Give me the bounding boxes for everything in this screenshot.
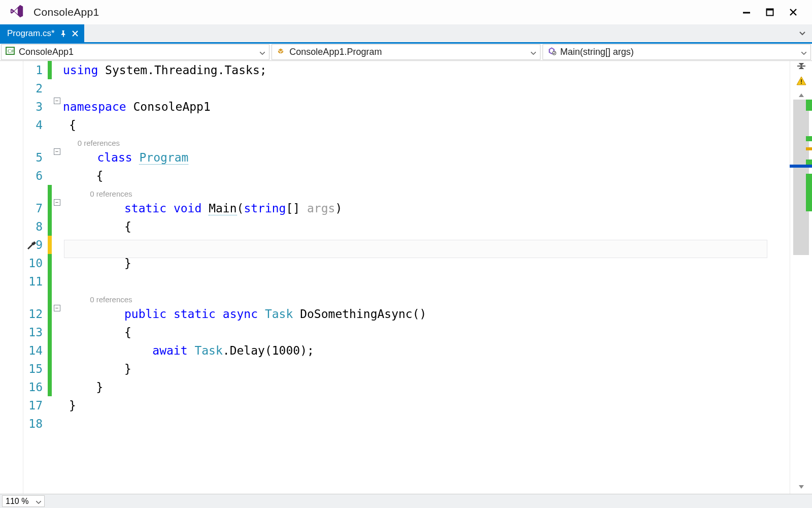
svg-rect-0 bbox=[767, 9, 773, 16]
scroll-down-icon[interactable] bbox=[798, 483, 804, 492]
chevron-down-icon bbox=[801, 47, 806, 57]
glyph-margin[interactable] bbox=[0, 61, 23, 494]
fold-toggle[interactable]: − bbox=[54, 305, 60, 311]
maximize-button[interactable] bbox=[758, 4, 782, 21]
navigation-bar: C# ConsoleApp1 ConsoleApp1.Program Main(… bbox=[0, 44, 812, 61]
nav-member-combo[interactable]: Main(string[] args) bbox=[543, 44, 811, 60]
nav-project-combo[interactable]: C# ConsoleApp1 bbox=[1, 44, 269, 60]
tab-program-cs[interactable]: Program.cs* bbox=[0, 24, 84, 42]
tab-label: Program.cs* bbox=[7, 28, 55, 39]
class-icon bbox=[276, 46, 285, 58]
editor-status-bar: 110 % bbox=[0, 494, 812, 508]
svg-text:C#: C# bbox=[8, 48, 14, 54]
nav-type-text: ConsoleApp1.Program bbox=[289, 47, 530, 57]
zoom-value: 110 % bbox=[6, 497, 28, 506]
close-button[interactable] bbox=[782, 4, 805, 21]
vertical-scrollbar[interactable] bbox=[790, 61, 812, 494]
nav-project-text: ConsoleApp1 bbox=[19, 47, 260, 57]
change-marker bbox=[806, 100, 812, 111]
visual-studio-icon bbox=[9, 4, 24, 21]
csharp-icon: C# bbox=[6, 46, 15, 58]
codelens[interactable]: 0 references bbox=[90, 189, 132, 198]
chevron-down-icon bbox=[260, 47, 265, 57]
pin-icon[interactable] bbox=[60, 30, 67, 37]
minimize-button[interactable] bbox=[735, 4, 758, 21]
nav-member-text: Main(string[] args) bbox=[560, 47, 801, 57]
chevron-down-icon bbox=[36, 497, 41, 506]
svg-rect-7 bbox=[801, 83, 802, 84]
zoom-combo[interactable]: 110 % bbox=[2, 495, 45, 507]
line-number: 1 bbox=[23, 61, 48, 79]
codelens[interactable]: 0 references bbox=[90, 295, 132, 304]
window-title: ConsoleApp1 bbox=[33, 6, 99, 18]
change-marker bbox=[806, 174, 812, 211]
change-marker bbox=[806, 160, 812, 165]
fold-toggle[interactable]: − bbox=[54, 148, 60, 155]
document-tab-row: Program.cs* bbox=[0, 24, 812, 44]
svg-rect-6 bbox=[801, 79, 802, 82]
svg-rect-1 bbox=[767, 9, 773, 11]
titlebar: ConsoleApp1 bbox=[0, 0, 812, 24]
code-surface[interactable]: 1using System.Threading.Tasks; 2 3−names… bbox=[23, 61, 790, 494]
codelens[interactable]: 0 references bbox=[78, 139, 120, 147]
caret-marker bbox=[790, 165, 812, 168]
fold-toggle[interactable]: − bbox=[54, 199, 60, 206]
change-marker bbox=[806, 136, 812, 141]
warning-icon[interactable] bbox=[796, 76, 806, 87]
tab-overflow-button[interactable] bbox=[796, 24, 809, 42]
tab-close-button[interactable] bbox=[72, 30, 78, 37]
editor[interactable]: 1using System.Threading.Tasks; 2 3−names… bbox=[0, 61, 812, 494]
nav-type-combo[interactable]: ConsoleApp1.Program bbox=[272, 44, 540, 60]
scroll-up-icon[interactable] bbox=[798, 90, 804, 100]
chevron-down-icon bbox=[531, 47, 536, 57]
method-icon bbox=[547, 46, 556, 58]
fold-toggle[interactable]: − bbox=[54, 98, 60, 104]
split-editor-icon[interactable] bbox=[796, 62, 806, 72]
warning-marker bbox=[806, 147, 812, 150]
